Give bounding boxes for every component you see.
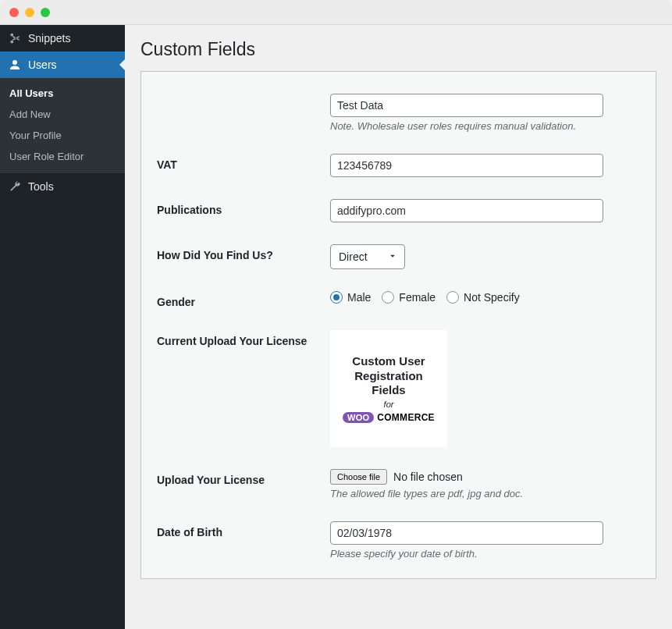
file-status: No file chosen <box>393 471 463 483</box>
sidebar-item-label: Tools <box>28 180 54 193</box>
publications-input[interactable] <box>330 199 603 222</box>
radio-label: Not Specify <box>464 291 520 304</box>
test-data-note: Note. Wholesale user roles requires manu… <box>330 120 640 132</box>
woocommerce-logo: WOO COMMERCE <box>343 412 435 423</box>
radio-indicator <box>446 291 459 304</box>
sidebar-item-tools[interactable]: Tools <box>0 173 125 200</box>
dob-label: Date of Birth <box>157 521 330 538</box>
window-titlebar <box>0 0 672 25</box>
gender-label: Gender <box>157 291 330 308</box>
admin-sidebar: Snippets Users All Users Add New Your Pr… <box>0 25 125 629</box>
vat-input[interactable] <box>330 154 603 177</box>
wrench-icon <box>8 179 22 194</box>
license-thumbnail: Custom User Registration Fields for WOO … <box>330 330 447 447</box>
radio-label: Female <box>399 291 436 304</box>
find-us-value: Direct <box>339 251 368 263</box>
sidebar-subitem-your-profile[interactable]: Your Profile <box>0 125 125 146</box>
sidebar-item-label: Snippets <box>28 32 70 44</box>
page-title: Custom Fields <box>140 39 656 60</box>
upload-label: Upload Your License <box>157 469 330 486</box>
sidebar-subitem-all-users[interactable]: All Users <box>0 83 125 104</box>
sidebar-item-snippets[interactable]: Snippets <box>0 25 125 52</box>
thumbnail-title: Custom User Registration Fields <box>336 354 441 398</box>
main-content: Custom Fields Note. Wholesale user roles… <box>125 25 672 629</box>
choose-file-button[interactable]: Choose file <box>330 469 387 485</box>
current-upload-label: Current Upload Your License <box>157 330 330 347</box>
window-minimize-button[interactable] <box>25 8 34 17</box>
vat-label: VAT <box>157 154 330 171</box>
gender-radio-female[interactable]: Female <box>382 291 436 304</box>
upload-note: The allowed file types are pdf, jpg and … <box>330 488 640 499</box>
window-close-button[interactable] <box>9 8 19 17</box>
sidebar-subitem-user-role-editor[interactable]: User Role Editor <box>0 146 125 167</box>
thumbnail-subtitle: for <box>384 400 394 409</box>
gender-radio-male[interactable]: Male <box>330 291 371 304</box>
radio-indicator <box>382 291 394 304</box>
scissors-icon <box>8 31 22 45</box>
publications-label: Publications <box>157 199 330 216</box>
radio-label: Male <box>347 291 371 304</box>
field-label-empty <box>157 94 330 98</box>
sidebar-item-users[interactable]: Users <box>0 52 125 78</box>
dob-note: Please specify your date of birth. <box>330 548 640 560</box>
radio-indicator <box>330 291 343 304</box>
test-data-input[interactable] <box>330 94 603 117</box>
user-icon <box>8 58 22 72</box>
sidebar-submenu-users: All Users Add New Your Profile User Role… <box>0 78 125 173</box>
custom-fields-panel: Note. Wholesale user roles requires manu… <box>140 71 656 579</box>
gender-radio-group: Male Female Not Specify <box>330 291 640 304</box>
sidebar-subitem-add-new[interactable]: Add New <box>0 104 125 125</box>
commerce-text: COMMERCE <box>377 412 435 423</box>
sidebar-item-label: Users <box>28 59 57 71</box>
dob-input[interactable] <box>330 521 603 545</box>
find-us-select[interactable]: Direct <box>330 244 405 269</box>
window-maximize-button[interactable] <box>41 8 50 17</box>
find-us-label: How Did You Find Us? <box>157 244 330 261</box>
gender-radio-not-specify[interactable]: Not Specify <box>446 291 520 304</box>
woo-badge: WOO <box>343 412 374 423</box>
chevron-down-icon <box>387 251 398 264</box>
